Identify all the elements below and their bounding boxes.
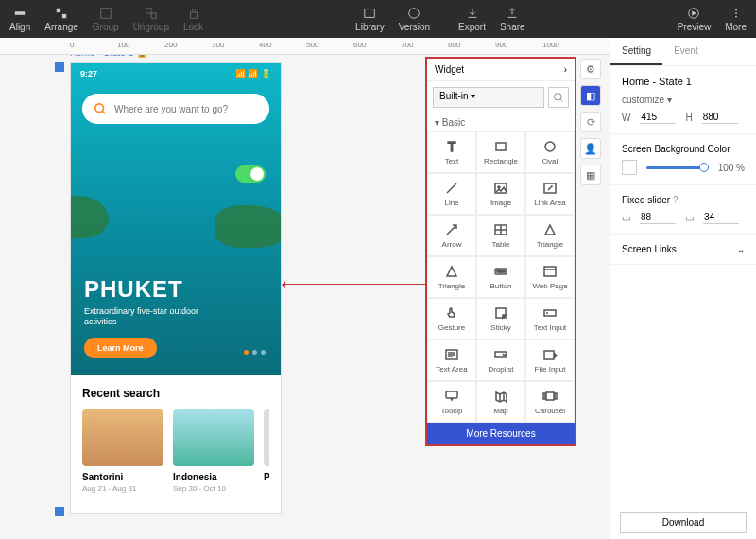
library-button[interactable]: Library xyxy=(355,7,385,32)
widget-category[interactable]: ▾ Basic xyxy=(427,113,575,131)
height-input[interactable] xyxy=(702,111,738,124)
widget-text-input[interactable]: Text Input xyxy=(525,298,575,339)
svg-point-17 xyxy=(545,142,555,151)
user-icon[interactable]: 👤 xyxy=(580,138,601,159)
fixed-top-input[interactable] xyxy=(640,211,676,224)
lock-button[interactable]: Lock xyxy=(183,7,203,32)
search-input[interactable] xyxy=(114,104,258,114)
svg-rect-32 xyxy=(543,393,545,399)
customize-dropdown[interactable]: customize ▾ xyxy=(622,95,745,105)
recent-card[interactable]: IndonesiaSep 30 - Oct 10 xyxy=(173,409,254,493)
svg-rect-33 xyxy=(555,393,557,399)
learn-more-button[interactable]: Learn More xyxy=(84,338,157,358)
search-field[interactable] xyxy=(82,94,269,124)
ungroup-button[interactable]: Ungroup xyxy=(133,7,169,32)
top-toolbar: Align Arrange Group Ungroup Lock Library… xyxy=(0,0,756,38)
carousel-dots[interactable] xyxy=(244,350,266,355)
widget-line[interactable]: Line xyxy=(427,173,476,215)
svg-point-19 xyxy=(498,186,500,188)
hero-section: 9:27 📶 📶 🔋 PHUKET Extraordinary five-sta… xyxy=(71,63,281,375)
share-button[interactable]: Share xyxy=(500,7,525,32)
search-icon xyxy=(553,92,564,103)
widget-text-area[interactable]: Text Area xyxy=(427,339,476,381)
cube-icon[interactable]: ◧ xyxy=(580,85,601,106)
widget-web-page[interactable]: Web Page xyxy=(525,256,575,298)
widget-sticky[interactable]: Sticky xyxy=(476,298,525,339)
more-button[interactable]: More xyxy=(725,7,747,32)
widget-rectangle[interactable]: Rectangle xyxy=(476,131,525,173)
widget-table[interactable]: Table xyxy=(476,215,525,256)
opacity-slider[interactable] xyxy=(646,166,709,169)
svg-text:Button: Button xyxy=(497,270,506,273)
status-bar: 9:27 📶 📶 🔋 xyxy=(71,63,281,84)
help-icon[interactable]: ? xyxy=(673,195,679,205)
toggle-switch[interactable] xyxy=(235,165,266,183)
widget-gesture[interactable]: Gesture xyxy=(427,298,476,339)
svg-rect-30 xyxy=(446,391,457,398)
svg-rect-4 xyxy=(146,8,151,12)
recent-card[interactable]: Paris xyxy=(264,409,269,493)
svg-point-11 xyxy=(735,12,737,14)
widget-text[interactable]: TText xyxy=(427,131,476,173)
svg-rect-2 xyxy=(62,13,66,17)
svg-point-10 xyxy=(735,9,737,10)
svg-rect-24 xyxy=(544,267,556,276)
widget-map[interactable]: Map xyxy=(476,381,525,423)
version-button[interactable]: Version xyxy=(399,7,430,32)
status-icons: 📶 📶 🔋 xyxy=(235,69,271,78)
svg-rect-7 xyxy=(365,9,375,17)
widget-search-button[interactable] xyxy=(548,87,569,108)
widget-link-area[interactable]: Link Area xyxy=(525,173,575,215)
widget-image[interactable]: Image xyxy=(476,173,525,215)
svg-rect-5 xyxy=(151,13,156,18)
preview-button[interactable]: Preview xyxy=(678,7,712,32)
widget-arrow[interactable]: Arrow xyxy=(427,215,476,256)
download-button[interactable]: Download xyxy=(620,512,747,533)
hero-title: PHUKET xyxy=(84,276,216,303)
widget-triangle[interactable]: Triangle xyxy=(525,215,575,256)
side-toolbar: ⚙ ◧ ⟳ 👤 ▦ xyxy=(580,59,605,185)
widget-oval[interactable]: Oval xyxy=(525,131,575,173)
settings-icon[interactable]: ⚙ xyxy=(580,59,601,79)
selection-marker xyxy=(55,507,64,516)
artboard-label[interactable]: Home - State 1 🔒 xyxy=(70,55,147,58)
widget-panel: Widget› Built-in ▾ ▾ Basic TTextRectangl… xyxy=(425,57,576,446)
recent-card[interactable]: SantoriniAug 21 - Aug 31 xyxy=(82,409,163,493)
widget-droplist[interactable]: Droplist xyxy=(476,339,525,381)
recent-cards: SantoriniAug 21 - Aug 31IndonesiaSep 30 … xyxy=(82,409,269,493)
fixed-bottom-input[interactable] xyxy=(703,211,739,224)
chevron-right-icon: › xyxy=(564,64,567,75)
screen-links-section[interactable]: Screen Links⌄ xyxy=(610,235,756,265)
svg-rect-31 xyxy=(546,392,554,400)
chevron-down-icon: ⌄ xyxy=(737,244,745,254)
mobile-mockup[interactable]: 9:27 📶 📶 🔋 PHUKET Extraordinary five-sta… xyxy=(70,62,282,514)
widget-tooltip[interactable]: Tooltip xyxy=(427,381,476,423)
svg-point-14 xyxy=(555,94,562,101)
svg-point-8 xyxy=(409,8,420,18)
refresh-icon[interactable]: ⟳ xyxy=(580,112,601,132)
width-input[interactable] xyxy=(640,111,676,124)
widget-triangle[interactable]: Triangle xyxy=(427,256,476,298)
widget-button[interactable]: ButtonButton xyxy=(476,256,525,298)
export-button[interactable]: Export xyxy=(458,7,486,32)
tab-event[interactable]: Event xyxy=(662,38,710,65)
time-label: 9:27 xyxy=(80,69,97,78)
hero-subtitle: Extraordinary five-star outdoor activiti… xyxy=(84,306,216,328)
widget-header[interactable]: Widget› xyxy=(427,59,575,81)
widget-library-select[interactable]: Built-in ▾ xyxy=(433,87,544,108)
search-icon xyxy=(94,102,107,115)
align-button[interactable]: Align xyxy=(9,7,30,32)
group-button[interactable]: Group xyxy=(93,7,119,32)
svg-rect-6 xyxy=(190,12,197,18)
arrange-button[interactable]: Arrange xyxy=(44,7,78,32)
widget-carousel[interactable]: Carousel xyxy=(525,381,575,423)
grid-icon[interactable]: ▦ xyxy=(580,165,601,185)
widget-grid: TTextRectangleOvalLineImageLink AreaArro… xyxy=(427,131,575,423)
color-swatch[interactable] xyxy=(622,160,637,175)
tab-setting[interactable]: Setting xyxy=(610,38,662,65)
more-resources-button[interactable]: More Resources xyxy=(427,423,575,444)
svg-rect-1 xyxy=(57,8,60,11)
widget-file-input[interactable]: File Input xyxy=(525,339,575,381)
header-icon: ▭ xyxy=(622,213,630,223)
svg-point-12 xyxy=(735,15,737,17)
